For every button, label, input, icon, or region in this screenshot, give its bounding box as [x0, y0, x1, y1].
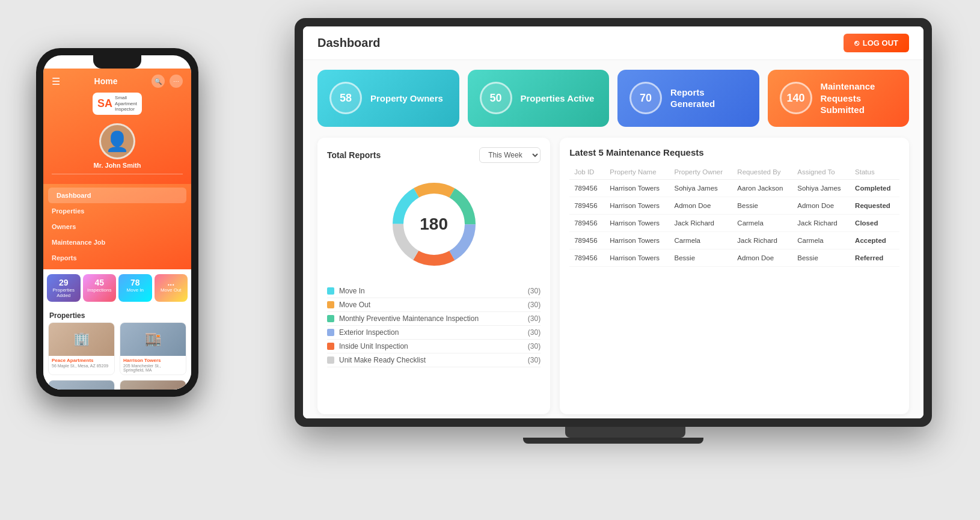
stat-circle-4: 140 [780, 82, 812, 114]
sidebar-item-maintenance[interactable]: Maintenance Job [43, 234, 191, 250]
prop-img-1: 🏢 [49, 323, 114, 356]
col-owner: Property Owner [670, 165, 733, 180]
phone-sidebar: Dashboard Properties Owners Maintenance … [43, 184, 191, 269]
phone-stat-movein: 78 Move In [118, 274, 152, 302]
cell-assigned: Admon Doe [792, 197, 850, 214]
maintenance-table: Job ID Property Name Property Owner Requ… [569, 165, 899, 267]
legend-item-movein: Move In (30) [327, 284, 541, 298]
logout-label: LOG OUT [863, 38, 898, 47]
cell-property: Harrison Towers [605, 179, 669, 197]
prop-card-3[interactable]: 🏗️ La Grande Maison 3034 York Lane, Joli… [48, 380, 115, 390]
stat-card-properties-active: 50 Properties Active [468, 70, 610, 127]
stat-circle-2: 50 [480, 82, 512, 114]
logout-button[interactable]: ⎋ LOG OUT [844, 34, 909, 52]
prop-card-1[interactable]: 🏢 Peace Apartments 56 Maple St., Mesa, A… [48, 322, 115, 375]
cell-requested: Carmela [732, 214, 792, 231]
table-row: 789456 Harrison Towers Carmela Jack Rich… [569, 231, 899, 249]
sidebar-item-dashboard[interactable]: Dashboard [48, 188, 186, 203]
col-job-id: Job ID [569, 165, 605, 180]
cell-property: Harrison Towers [605, 197, 669, 214]
cell-job-id: 789456 [569, 249, 605, 266]
prop-card-2[interactable]: 🏬 Harrison Towers 205 Manchester St., Sp… [120, 322, 186, 375]
phone-properties-grid: 🏢 Peace Apartments 56 Maple St., Mesa, A… [43, 322, 191, 390]
cell-assigned: Sohiya James [792, 179, 850, 197]
prop-name-2: Harrison Towers [120, 356, 186, 364]
cell-assigned: Carmela [792, 231, 850, 249]
sidebar-item-owners[interactable]: Owners [43, 219, 191, 234]
phone-stat-inspections: 45 Inspections [83, 274, 117, 302]
stat-label-3: Reports Generated [670, 87, 747, 110]
col-property: Property Name [605, 165, 669, 180]
cell-status: Closed [850, 214, 899, 231]
cell-property: Harrison Towers [605, 214, 669, 231]
phone-notch [93, 55, 141, 69]
sidebar-item-reports[interactable]: Reports [43, 250, 191, 266]
cell-assigned: Jack Richard [792, 214, 850, 231]
more-icon[interactable]: ⋯ [170, 75, 183, 88]
laptop-body: Dashboard ⎋ LOG OUT 58 Property Owners [295, 18, 932, 427]
stat-card-reports: 70 Reports Generated [617, 70, 759, 127]
phone-stat-moveout: ... Move Out [155, 274, 188, 302]
logo-text: SmallApartmentInspector [115, 95, 137, 112]
prop-addr-2: 205 Manchester St., Springfield, MA [120, 364, 186, 375]
cell-job-id: 789456 [569, 179, 605, 197]
avatar: 👤 [99, 123, 135, 159]
stat-card-maintenance: 140 Maintenance Requests Submitted [768, 70, 910, 127]
table-panel: Latest 5 Maintenance Requests Job ID Pro… [560, 138, 909, 414]
donut-chart: 180 Move In (30) [327, 170, 541, 367]
cell-requested: Jack Richard [732, 231, 792, 249]
cell-status: Completed [850, 179, 899, 197]
phone-device: ☰ Home 🔍 ⋯ SA SmallApartmentInspector [36, 48, 198, 397]
menu-icon[interactable]: ☰ [52, 76, 60, 87]
phone-screen: ☰ Home 🔍 ⋯ SA SmallApartmentInspector [43, 55, 191, 390]
table-row: 789456 Harrison Towers Admon Doe Bessie … [569, 197, 899, 214]
chart-title: Total Reports [327, 150, 381, 160]
legend-item-monthly: Monthly Preventive Maintenance Inspectio… [327, 312, 541, 326]
legend-item-inside: Inside Unit Inspection (30) [327, 340, 541, 353]
cell-owner: Admon Doe [670, 197, 733, 214]
logo-sa: SA [97, 97, 112, 110]
prop-img-3: 🏗️ [49, 381, 114, 390]
logo: SA SmallApartmentInspector [93, 93, 142, 115]
cell-job-id: 789456 [569, 214, 605, 231]
cell-owner: Jack Richard [670, 214, 733, 231]
cell-assigned: Bessie [792, 249, 850, 266]
prop-img-4: 🏛️ [120, 381, 186, 390]
table-header-row: Job ID Property Name Property Owner Requ… [569, 165, 899, 180]
legend-item-exterior: Exterior Inspection (30) [327, 326, 541, 340]
page-title: Dashboard [317, 36, 380, 50]
sidebar-item-properties[interactable]: Properties [43, 203, 191, 219]
cell-job-id: 789456 [569, 197, 605, 214]
chart-header: Total Reports This Week Last Week This M… [327, 147, 541, 163]
table-title: Latest 5 Maintenance Requests [569, 147, 899, 158]
phone-nav: ☰ Home 🔍 ⋯ [52, 75, 183, 88]
table-body: 789456 Harrison Towers Sohiya James Aaro… [569, 179, 899, 266]
week-select[interactable]: This Week Last Week This Month [479, 147, 541, 163]
prop-name-1: Peace Apartments [49, 356, 114, 364]
phone-top-section: ☰ Home 🔍 ⋯ SA SmallApartmentInspector [43, 69, 191, 184]
legend-dot-movein [327, 287, 334, 295]
cell-requested: Admon Doe [732, 249, 792, 266]
phone-nav-title: Home [94, 76, 118, 86]
phone-stat-cards: 29 Properties Added 45 Inspections 78 Mo… [43, 269, 191, 307]
phone-nav-icons: 🔍 ⋯ [152, 75, 183, 88]
properties-section-title: Properties [43, 307, 191, 322]
prop-card-4[interactable]: 🏛️ EcoStay 1 Branch Dr., Dayton, OH 4542… [120, 380, 186, 390]
stat-label-4: Maintenance Requests Submitted [821, 81, 898, 116]
cell-owner: Sohiya James [670, 179, 733, 197]
chart-legend: Move In (30) Move Out [327, 284, 541, 367]
legend-item-moveout: Move Out (30) [327, 298, 541, 312]
laptop-base-foot [523, 438, 703, 444]
cell-status: Requested [850, 197, 899, 214]
donut-total: 180 [420, 215, 448, 234]
legend-dot-moveout [327, 301, 334, 308]
logout-icon: ⎋ [854, 38, 859, 47]
legend-dot-inside [327, 343, 334, 350]
table-row: 789456 Harrison Towers Sohiya James Aaro… [569, 179, 899, 197]
search-icon[interactable]: 🔍 [152, 75, 165, 88]
col-assigned: Assigned To [792, 165, 850, 180]
stat-label-2: Properties Active [521, 93, 595, 105]
cell-owner: Bessie [670, 249, 733, 266]
col-status: Status [850, 165, 899, 180]
stats-row: 58 Property Owners 50 Properties Active … [317, 70, 909, 127]
